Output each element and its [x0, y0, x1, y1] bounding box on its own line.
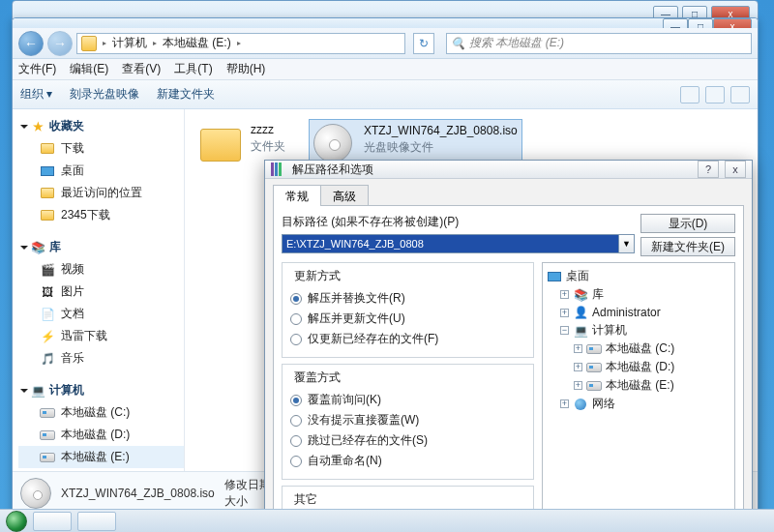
music-icon: 🎵 [40, 351, 55, 367]
radio-extract-replace[interactable]: 解压并替换文件(R) [290, 288, 525, 309]
app-icon [271, 163, 286, 176]
dialog-title: 解压路径和选项 [292, 162, 692, 178]
sidebar-favorites-header[interactable]: ★收藏夹 [18, 115, 184, 137]
dialog-help-button[interactable]: ? [698, 161, 719, 178]
dropdown-button[interactable]: ▼ [619, 234, 635, 253]
taskbar-item[interactable] [77, 512, 116, 531]
file-kind: 文件夹 [251, 138, 285, 155]
path-combobox[interactable]: ▼ [282, 234, 635, 253]
tree-drive-e[interactable]: +本地磁盘 (E:) [547, 376, 730, 395]
radio-update-existing[interactable]: 仅更新已经存在的文件(F) [290, 329, 525, 349]
tree-drive-d[interactable]: +本地磁盘 (D:) [547, 358, 730, 376]
sidebar-computer-header[interactable]: 💻计算机 [18, 379, 184, 401]
folder-icon [200, 129, 241, 162]
tabs: 常规 高级 [273, 185, 744, 206]
desktop-icon [41, 166, 54, 176]
expand-icon[interactable]: + [560, 309, 569, 317]
sidebar-item-videos[interactable]: 🎬视频 [18, 258, 184, 281]
menu-tools[interactable]: 工具(T) [174, 61, 212, 77]
menu-edit[interactable]: 编辑(E) [70, 61, 108, 77]
toolbar-organize[interactable]: 组织 ▾ [20, 86, 52, 103]
collapse-icon[interactable]: − [560, 326, 569, 335]
view-options-icon[interactable] [680, 86, 700, 103]
sidebar-item-drive-c[interactable]: 本地磁盘 (C:) [18, 401, 184, 424]
sidebar-item-downloads[interactable]: 下载 [18, 137, 184, 160]
tree-computer[interactable]: −💻计算机 [547, 321, 730, 340]
chevron-right-icon: ▸ [103, 39, 106, 47]
dialog-close-button[interactable]: x [725, 161, 746, 178]
desktop-icon [548, 272, 561, 281]
document-icon: 📄 [40, 307, 55, 322]
tree-desktop[interactable]: 桌面 [547, 267, 730, 285]
sidebar: ★收藏夹 下载 桌面 最近访问的位置 2345下载 📚库 🎬视频 🖼图片 📄文档… [13, 109, 185, 471]
overwrite-mode-group: 覆盖方式 覆盖前询问(K) 没有提示直接覆盖(W) 跳过已经存在的文件(S) 自… [282, 364, 534, 480]
expand-icon[interactable]: + [560, 290, 569, 299]
sidebar-item-drive-e[interactable]: 本地磁盘 (E:) [18, 446, 184, 468]
help-icon[interactable] [730, 86, 750, 103]
file-name: XTZJ_WIN764_ZJB_0808.iso [364, 124, 518, 137]
taskbar-item[interactable] [33, 512, 72, 531]
sidebar-item-2345[interactable]: 2345下载 [18, 204, 184, 226]
tree-drive-c[interactable]: +本地磁盘 (C:) [547, 340, 730, 358]
expand-icon[interactable]: + [574, 344, 582, 353]
chevron-down-icon [20, 125, 28, 129]
preview-pane-icon[interactable] [705, 86, 725, 103]
tab-general[interactable]: 常规 [273, 185, 321, 206]
menu-view[interactable]: 查看(V) [122, 61, 161, 77]
radio-overwrite-noask[interactable]: 没有提示直接覆盖(W) [290, 410, 525, 430]
star-icon: ★ [30, 119, 45, 134]
search-icon: 🔍 [451, 37, 465, 50]
radio-extract-update[interactable]: 解压并更新文件(U) [290, 309, 525, 329]
explorer-nav: ← → ▸ 计算机 ▸ 本地磁盘 (E:) ▸ ↻ 🔍 搜索 本地磁盘 (E:) [13, 28, 758, 59]
user-icon: 👤 [573, 305, 588, 320]
expand-icon[interactable]: + [560, 399, 569, 408]
sidebar-item-thunder[interactable]: ⚡迅雷下载 [18, 325, 184, 347]
radio-auto-rename[interactable]: 自动重命名(N) [290, 451, 525, 471]
menu-file[interactable]: 文件(F) [18, 61, 56, 77]
radio-skip-existing[interactable]: 跳过已经存在的文件(S) [290, 430, 525, 451]
chevron-right-icon: ▸ [153, 39, 157, 47]
folder-tree[interactable]: 桌面 +📚库 +👤Administrator −💻计算机 +本地磁盘 (C:) … [542, 262, 735, 532]
tree-admin[interactable]: +👤Administrator [547, 304, 730, 321]
sidebar-libraries-header[interactable]: 📚库 [18, 236, 184, 258]
tree-libraries[interactable]: +📚库 [547, 285, 730, 304]
drive-icon [40, 408, 55, 418]
computer-icon: 💻 [30, 383, 45, 399]
start-button[interactable] [6, 511, 27, 532]
tab-panel-general: 目标路径 (如果不存在将被创建)(P) ▼ 显示(D) 新建文件夹(E) 更新方… [273, 205, 744, 532]
file-name: zzzz [251, 123, 285, 136]
breadcrumb-computer[interactable]: 计算机 [112, 35, 147, 51]
breadcrumb[interactable]: ▸ 计算机 ▸ 本地磁盘 (E:) ▸ [76, 33, 405, 54]
sidebar-item-documents[interactable]: 📄文档 [18, 303, 184, 325]
new-folder-button[interactable]: 新建文件夹(E) [640, 237, 735, 256]
search-input[interactable]: 🔍 搜索 本地磁盘 (E:) [446, 33, 752, 54]
drive-icon [81, 36, 97, 51]
radio-ask-overwrite[interactable]: 覆盖前询问(K) [290, 390, 525, 410]
expand-icon[interactable]: + [574, 363, 582, 371]
sidebar-item-pictures[interactable]: 🖼图片 [18, 281, 184, 303]
refresh-button[interactable]: ↻ [413, 33, 434, 54]
extract-dialog: 解压路径和选项 ? x 常规 高级 目标路径 (如果不存在将被创建)(P) ▼ … [264, 160, 753, 531]
expand-icon[interactable]: + [574, 381, 582, 390]
dialog-body: 常规 高级 目标路径 (如果不存在将被创建)(P) ▼ 显示(D) 新建文件夹(… [265, 179, 752, 532]
path-input[interactable] [282, 234, 619, 253]
tree-network[interactable]: +网络 [547, 395, 730, 413]
menu-help[interactable]: 帮助(H) [226, 61, 266, 77]
disc-icon [313, 124, 352, 163]
sidebar-item-desktop[interactable]: 桌面 [18, 160, 184, 182]
nav-forward-button[interactable]: → [47, 31, 73, 56]
nav-back-button[interactable]: ← [18, 31, 44, 56]
sidebar-item-drive-d[interactable]: 本地磁盘 (D:) [18, 424, 184, 446]
toolbar-newfolder[interactable]: 新建文件夹 [157, 86, 215, 103]
toolbar-burn[interactable]: 刻录光盘映像 [70, 86, 139, 103]
show-button[interactable]: 显示(D) [640, 214, 735, 233]
dialog-titlebar[interactable]: 解压路径和选项 ? x [265, 161, 752, 179]
sidebar-item-recent[interactable]: 最近访问的位置 [18, 182, 184, 204]
folder-icon [41, 188, 54, 198]
folder-icon [41, 210, 54, 221]
sidebar-item-music[interactable]: 🎵音乐 [18, 347, 184, 369]
tab-advanced[interactable]: 高级 [320, 185, 369, 206]
computer-icon: 💻 [573, 323, 588, 339]
chevron-right-icon: ▸ [237, 39, 241, 47]
breadcrumb-drive[interactable]: 本地磁盘 (E:) [163, 35, 231, 51]
